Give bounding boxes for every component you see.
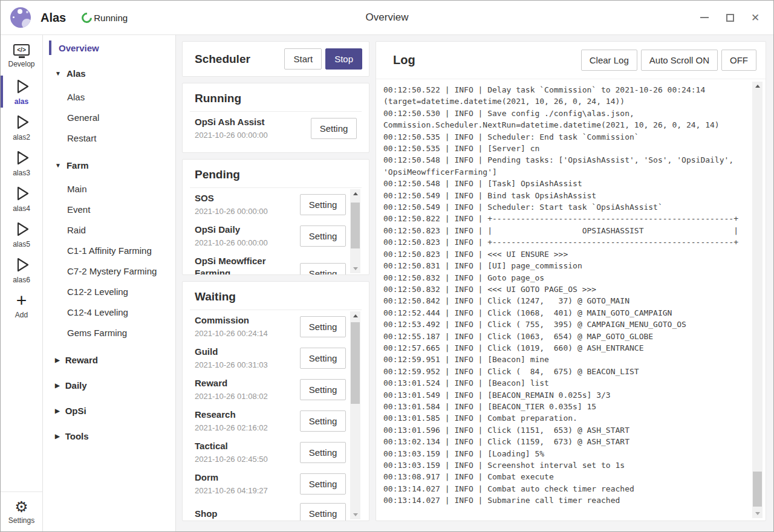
- task-info: Research2021-10-26 02:16:02: [195, 409, 300, 433]
- setting-button[interactable]: Setting: [300, 194, 346, 215]
- rail-item-alas6[interactable]: alas6: [1, 252, 42, 288]
- chevron-right-icon: ▶: [55, 357, 60, 363]
- task-name: OpSi Daily: [195, 224, 295, 236]
- rail-item-settings[interactable]: ⚙ Settings: [1, 491, 42, 531]
- nav-group-daily[interactable]: ▶Daily: [43, 376, 175, 394]
- scroll-up-icon[interactable]: [350, 189, 360, 198]
- rail-item-alas4[interactable]: alas4: [1, 181, 42, 216]
- chevron-down-icon: ▼: [55, 162, 61, 169]
- task-next-run-time: 2021-10-26 02:16:02: [195, 423, 295, 433]
- waiting-scrollbar[interactable]: [350, 311, 360, 519]
- main-content: Scheduler Start Stop Running OpSi Ash As…: [176, 35, 773, 531]
- scroll-up-icon[interactable]: [350, 311, 360, 320]
- task-next-run-time: 2021-10-26 01:08:02: [195, 391, 295, 402]
- task-next-run-time: 2021-10-26 00:00:00: [195, 206, 295, 217]
- nav-group-alas[interactable]: ▼Alas: [43, 64, 175, 82]
- nav-item-general[interactable]: General: [43, 108, 175, 128]
- auto-scroll-on-button[interactable]: Auto Scroll ON: [641, 50, 718, 71]
- task-info: OpSi Daily2021-10-26 00:00:00: [195, 224, 300, 248]
- code-monitor-icon: </>: [13, 44, 30, 58]
- rail-item-label: alas5: [13, 240, 30, 248]
- log-title: Log: [393, 53, 577, 67]
- setting-button[interactable]: Setting: [300, 410, 346, 432]
- clear-log-button[interactable]: Clear Log: [581, 50, 637, 71]
- task-info: SOS2021-10-26 00:00:00: [195, 192, 300, 217]
- scrollbar-thumb[interactable]: [351, 322, 360, 404]
- task-row: Guild2021-10-26 00:31:03Setting: [195, 346, 346, 371]
- instance-rail-items: </>Developalasalas2alas3alas4alas5alas6+…: [1, 38, 42, 323]
- scheduler-title: Scheduler: [195, 53, 281, 66]
- auto-scroll-off-button[interactable]: OFF: [721, 50, 756, 71]
- setting-button[interactable]: Setting: [300, 442, 346, 463]
- waiting-card: Waiting Commission2021-10-26 00:24:14Set…: [182, 281, 369, 521]
- nav-group-tools[interactable]: ▶Tools: [43, 427, 175, 445]
- nav-group-opsi[interactable]: ▶OpSi: [43, 401, 175, 420]
- rail-item-alas[interactable]: alas: [1, 74, 42, 109]
- nav-item-main[interactable]: Main: [43, 179, 175, 199]
- gear-icon: ⚙: [15, 499, 28, 515]
- task-row: SOS2021-10-26 00:00:00Setting: [195, 192, 346, 217]
- task-info: Tactical2021-10-26 02:45:50: [195, 440, 300, 465]
- task-next-run-time: 2021-10-26 02:45:50: [195, 454, 295, 465]
- rail-item-alas5[interactable]: alas5: [1, 216, 42, 252]
- minimize-button[interactable]: [695, 8, 714, 27]
- task-info: OpSi Meowfficer Farming2021-10-26 00:00:…: [195, 255, 300, 274]
- rail-item-add[interactable]: +Add: [1, 288, 42, 323]
- rail-item-alas2[interactable]: alas2: [1, 109, 42, 145]
- task-name: Reward: [195, 377, 295, 389]
- nav-item-event[interactable]: Event: [43, 199, 175, 220]
- stop-button[interactable]: Stop: [325, 48, 362, 70]
- nav-item-c7-2-mystery-farming[interactable]: C7-2 Mystery Farming: [43, 261, 175, 282]
- rail-item-alas3[interactable]: alas3: [1, 145, 42, 181]
- setting-button[interactable]: Setting: [311, 118, 357, 139]
- task-name: Guild: [195, 346, 295, 358]
- scroll-up-icon[interactable]: [752, 82, 763, 91]
- nav-group-label: Tools: [65, 431, 89, 441]
- nav-group-farm[interactable]: ▼Farm: [43, 156, 175, 174]
- nav-item-c12-4-leveling[interactable]: C12-4 Leveling: [43, 302, 175, 323]
- task-row: Dorm2021-10-26 04:19:27Setting: [195, 472, 346, 496]
- scroll-down-icon[interactable]: [350, 264, 360, 273]
- nav-item-alas[interactable]: Alas: [43, 87, 175, 108]
- scrollbar-thumb[interactable]: [351, 203, 360, 248]
- task-row: Reward2021-10-26 01:08:02Setting: [195, 377, 346, 402]
- running-title: Running: [183, 83, 369, 105]
- task-name: OpSi Meowfficer Farming: [195, 255, 295, 274]
- scroll-down-icon[interactable]: [350, 510, 360, 519]
- close-icon: ✕: [751, 13, 759, 23]
- nav-item-c12-2-leveling[interactable]: C12-2 Leveling: [43, 282, 175, 302]
- nav-item-raid[interactable]: Raid: [43, 220, 175, 241]
- start-button[interactable]: Start: [284, 48, 322, 70]
- setting-button[interactable]: Setting: [300, 225, 346, 247]
- rail-item-develop[interactable]: </>Develop: [1, 38, 42, 74]
- setting-button[interactable]: Setting: [300, 379, 346, 400]
- task-row: Research2021-10-26 02:16:02Setting: [195, 409, 346, 433]
- task-name: Research: [195, 409, 295, 421]
- setting-button[interactable]: Setting: [300, 473, 346, 495]
- nav-group-reward[interactable]: ▶Reward: [43, 351, 175, 369]
- task-info: Guild2021-10-26 00:31:03: [195, 346, 300, 371]
- nav-item-c1-1-affinity-farming[interactable]: C1-1 Affinity Farming: [43, 241, 175, 261]
- close-button[interactable]: ✕: [746, 8, 765, 27]
- scrollbar-thumb[interactable]: [753, 472, 762, 507]
- task-row: OpSi Daily2021-10-26 00:00:00Setting: [195, 224, 346, 248]
- maximize-button[interactable]: [720, 8, 740, 27]
- setting-button[interactable]: Setting: [300, 348, 346, 369]
- scroll-down-icon[interactable]: [752, 509, 763, 518]
- log-body[interactable]: 00:12:50.522 | INFO | Delay task `Commis…: [376, 79, 766, 521]
- active-indicator: [49, 41, 51, 55]
- scheduler-card: Scheduler Start Stop: [182, 41, 369, 77]
- setting-button[interactable]: Setting: [300, 263, 346, 274]
- task-name: Shop: [195, 508, 295, 520]
- nav-item-gems-farming[interactable]: Gems Farming: [43, 323, 175, 343]
- nav-item-restart[interactable]: Restart: [43, 128, 175, 149]
- nav-item-overview[interactable]: Overview: [43, 39, 175, 57]
- task-next-run-time: 2021-10-26 00:24:14: [195, 328, 295, 339]
- setting-button[interactable]: Setting: [300, 503, 346, 521]
- setting-button[interactable]: Setting: [300, 316, 346, 337]
- pending-scrollbar[interactable]: [350, 189, 360, 273]
- minimize-icon: [700, 17, 709, 18]
- pending-title: Pending: [183, 160, 369, 181]
- log-scrollbar[interactable]: [752, 82, 763, 518]
- play-icon: [13, 113, 31, 131]
